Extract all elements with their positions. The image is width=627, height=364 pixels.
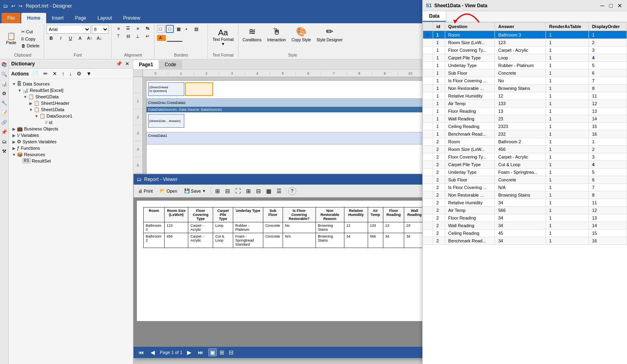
tab-insert[interactable]: Insert (46, 13, 69, 23)
nav-next-btn[interactable]: ▶ (185, 348, 193, 356)
tree-sheet1data-2[interactable]: ▼ 📋 Sheet1Data (10, 106, 132, 113)
nav-prev-btn[interactable]: ◀ (149, 348, 157, 356)
tab-page1[interactable]: Page1 (133, 60, 159, 69)
left-icon-9[interactable]: 🗂 (1, 138, 8, 145)
left-icon-4[interactable]: ⚙ (1, 90, 8, 97)
strikethrough-button[interactable]: A (75, 35, 84, 41)
shrink-font-button[interactable]: A↓ (95, 35, 104, 41)
border-btn-4[interactable]: ▪ (183, 25, 191, 33)
left-icon-3[interactable]: 📊 (1, 80, 8, 87)
align-top-button[interactable]: ⊤ (114, 33, 123, 40)
action-dropdown-btn[interactable]: ▼ (85, 70, 93, 77)
left-icon-8[interactable]: 📌 (1, 128, 8, 136)
two-page-view-btn[interactable]: ⊟ (227, 348, 235, 356)
tree-business-objects[interactable]: ▶ 💼 Business Objects (10, 126, 132, 132)
viewer-grid-btn[interactable]: ⊞ (244, 187, 253, 195)
tab-preview[interactable]: Preview (118, 13, 146, 23)
border-btn-1[interactable]: □ (157, 25, 165, 33)
viewdata-minimize-btn[interactable]: ─ (599, 2, 606, 9)
border-btn-2[interactable]: □ (166, 25, 174, 33)
report-element-data[interactable]: [Sheet1Dat... Answer] (148, 114, 184, 128)
style-designer-button[interactable]: ✏ Style Designer (315, 25, 344, 44)
viewer-save-btn[interactable]: 💾 Save ▼ (181, 187, 209, 195)
paste-button[interactable]: 📋 Paste (4, 26, 18, 51)
tab-page[interactable]: Page (69, 13, 92, 23)
italic-button[interactable]: I (56, 35, 65, 41)
viewer-zoom-out-btn[interactable]: ⊟ (223, 187, 232, 195)
viewer-print-btn[interactable]: 🖨 Print (135, 187, 156, 195)
tree-id-field[interactable]: # id (10, 119, 132, 126)
bold-button[interactable]: B (47, 35, 55, 41)
underline-button[interactable]: U (66, 35, 75, 41)
action-edit-btn[interactable]: ✏ (42, 70, 49, 77)
tree-data-sources[interactable]: ▼ 🗄 Data Sources (10, 81, 132, 87)
tab-code[interactable]: Code (159, 60, 182, 69)
tree-system-variables[interactable]: ▶ ⚙ System Variables (10, 138, 132, 145)
quick-access-redo[interactable]: ↪ (18, 3, 22, 9)
border-btn-3[interactable]: ▦ (175, 25, 183, 33)
tab-home[interactable]: Home (21, 13, 46, 23)
border-color-btn[interactable]: A (157, 35, 166, 41)
continuous-view-btn[interactable]: ⊞ (218, 348, 226, 356)
nav-first-btn[interactable]: ⏮ (137, 348, 146, 356)
viewer-help-btn[interactable]: ? (288, 187, 296, 195)
align-right-button[interactable]: ≡ (133, 25, 142, 32)
left-icon-6[interactable]: 📝 (1, 109, 8, 116)
left-icon-1[interactable]: 📚 (1, 61, 8, 68)
textformat-dropdown[interactable]: ▼ (221, 42, 225, 46)
viewdata-maximize-btn[interactable]: □ (608, 2, 614, 9)
viewer-zoom-in-btn[interactable]: ⊞ (213, 187, 222, 195)
delete-button[interactable]: 🗑 Delete (19, 43, 42, 49)
tree-functions[interactable]: ▶ ƒ Functions (10, 145, 132, 151)
single-page-view-btn[interactable]: ▣ (208, 348, 217, 356)
align-bottom-button[interactable]: ⊥ (133, 33, 142, 40)
tree-sheet1header[interactable]: ▶ 📋 Sheet1Header (10, 100, 132, 106)
report-element-selected[interactable] (185, 82, 213, 96)
action-move-up-btn[interactable]: ↑ (60, 70, 66, 77)
action-add-btn[interactable]: 📄 (31, 70, 40, 77)
tree-variables[interactable]: ▶ 𝓥 Variables (10, 132, 132, 138)
quick-access-undo[interactable]: ↩ (11, 3, 15, 9)
text-format-btn[interactable]: Aa Text Format ▼ (210, 25, 236, 49)
nav-last-btn[interactable]: ⏭ (196, 348, 205, 356)
viewer-grid2-btn[interactable]: ⊟ (254, 187, 263, 195)
save-dropdown[interactable]: ▼ (202, 189, 206, 193)
indent-button[interactable]: ↹ (143, 25, 152, 32)
tree-resultset-leaf[interactable]: RS ResultSet (10, 158, 132, 164)
outdent-button[interactable]: ↵ (143, 33, 152, 40)
tree-sheet1data-1[interactable]: ▼ 📋 Sheet1Data (10, 94, 132, 100)
copy-button[interactable]: ⎘ Copy (19, 36, 42, 42)
align-left-button[interactable]: ≡ (114, 25, 123, 32)
report-element-question[interactable]: [Sheet1Head er.Question] (148, 82, 184, 96)
action-move-down-btn[interactable]: ↓ (68, 70, 74, 77)
viewdata-tab-data[interactable]: Data (423, 11, 446, 22)
viewdata-close-btn[interactable]: ✕ (616, 2, 624, 9)
viewer-open-btn[interactable]: 📂 Open (157, 187, 180, 195)
viewer-fit-btn[interactable]: ⛶ (233, 187, 243, 195)
interaction-button[interactable]: 🖱 Interaction (265, 25, 287, 44)
grow-font-button[interactable]: A↑ (85, 35, 94, 41)
viewer-grid3-btn[interactable]: ▦ (264, 187, 273, 195)
align-middle-button[interactable]: ⊟ (124, 33, 132, 40)
font-size-select[interactable]: 8 (92, 25, 109, 34)
conditions-button[interactable]: ≋ Conditions (241, 25, 263, 44)
action-delete-btn[interactable]: ✕ (51, 70, 59, 77)
left-icon-10[interactable]: ⚒ (1, 148, 8, 155)
align-center-button[interactable]: ☰ (124, 25, 132, 32)
tree-resources[interactable]: ▼ 📦 Resources (10, 151, 132, 158)
tree-resultset-excel[interactable]: ▼ 📊 ResultSet [Excel] (10, 87, 132, 94)
viewdata-table-container[interactable]: id Question Answer RenderAsTable Display… (423, 22, 627, 364)
dict-pin-btn[interactable]: 📌 (115, 61, 123, 67)
tab-layout[interactable]: Layout (92, 13, 118, 23)
viewer-grid4-btn[interactable]: ☰ (275, 187, 284, 195)
dict-close-btn[interactable]: ✕ (124, 61, 130, 67)
tab-file[interactable]: File (2, 13, 20, 23)
tree-datasource1[interactable]: ▼ 📋 DataSource1 (10, 113, 132, 119)
border-btn-5[interactable]: ▨ (192, 25, 200, 33)
cut-button[interactable]: ✂ Cut (19, 28, 42, 35)
action-settings-btn[interactable]: ⚙ (75, 70, 83, 77)
left-icon-7[interactable]: 🔗 (1, 119, 8, 126)
left-icon-2[interactable]: 🔍 (1, 71, 8, 78)
font-select[interactable]: Arial (47, 25, 91, 34)
copy-style-button[interactable]: 🎨 Copy Style (290, 25, 312, 44)
